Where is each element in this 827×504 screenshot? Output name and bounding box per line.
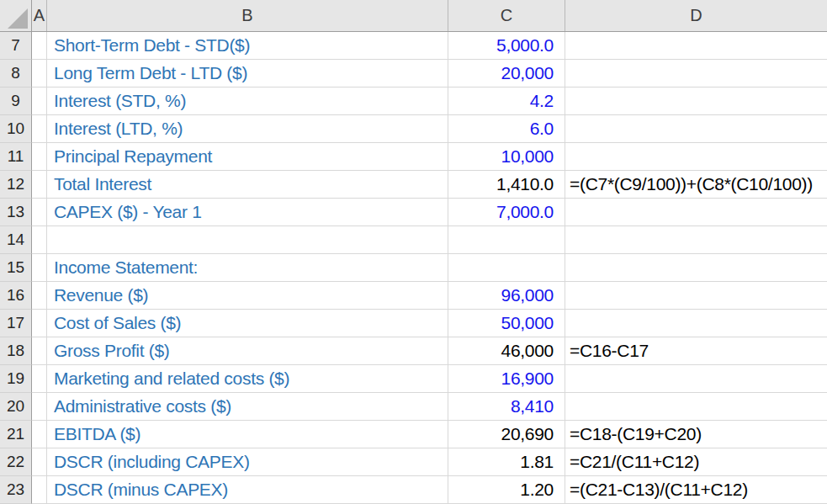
cell-A13[interactable] bbox=[32, 199, 47, 226]
cell-C18-value[interactable]: 46,000 bbox=[448, 337, 565, 365]
cell-C16-value[interactable]: 96,000 bbox=[448, 282, 565, 310]
cell-C23-value[interactable]: 1.20 bbox=[448, 476, 565, 504]
row-header-14[interactable]: 14 bbox=[0, 226, 32, 254]
cell-C19-value[interactable]: 16,900 bbox=[448, 365, 565, 393]
sheet-row-22: 22DSCR (including CAPEX)1.81=C21/(C11+C1… bbox=[0, 448, 827, 476]
cell-B21-label[interactable]: EBITDA ($) bbox=[47, 421, 448, 448]
cell-A11[interactable] bbox=[32, 143, 47, 171]
sheet-row-19: 19Marketing and related costs ($)16,900 bbox=[0, 365, 827, 393]
cell-B8-label[interactable]: Long Term Debt - LTD ($) bbox=[47, 60, 448, 88]
cell-A8[interactable] bbox=[32, 60, 47, 88]
cell-C20-value[interactable]: 8,410 bbox=[448, 393, 565, 421]
spreadsheet-grid: A B C D 7Short-Term Debt - STD($)5,000.0… bbox=[0, 0, 827, 504]
cell-A14[interactable] bbox=[32, 226, 47, 254]
cell-A20[interactable] bbox=[32, 393, 47, 421]
cell-B17-label[interactable]: Cost of Sales ($) bbox=[47, 310, 448, 337]
sheet-row-15: 15Income Statement: bbox=[0, 254, 827, 282]
row-header-21[interactable]: 21 bbox=[0, 421, 32, 448]
sheet-row-13: 13CAPEX ($) - Year 17,000.0 bbox=[0, 199, 827, 226]
cell-C9-value[interactable]: 4.2 bbox=[448, 88, 565, 115]
cell-A12[interactable] bbox=[32, 171, 47, 199]
cell-D13-formula[interactable] bbox=[565, 199, 827, 226]
cell-B9-label[interactable]: Interest (STD, %) bbox=[47, 88, 448, 115]
row-header-15[interactable]: 15 bbox=[0, 254, 32, 282]
row-header-9[interactable]: 9 bbox=[0, 88, 32, 115]
row-header-7[interactable]: 7 bbox=[0, 32, 32, 60]
select-all-corner[interactable] bbox=[0, 0, 32, 31]
cell-D21-formula[interactable]: =C18-(C19+C20) bbox=[565, 421, 827, 448]
cell-B10-label[interactable]: Interest (LTD, %) bbox=[47, 115, 448, 143]
cell-D19-formula[interactable] bbox=[565, 365, 827, 393]
cell-A23[interactable] bbox=[32, 476, 47, 504]
cell-B14-label[interactable] bbox=[47, 226, 448, 254]
cell-B18-label[interactable]: Gross Profit ($) bbox=[47, 337, 448, 365]
cell-A16[interactable] bbox=[32, 282, 47, 310]
cell-B12-label[interactable]: Total Interest bbox=[47, 171, 448, 199]
row-header-13[interactable]: 13 bbox=[0, 199, 32, 226]
cell-D15-formula[interactable] bbox=[565, 254, 827, 282]
cell-C14-value[interactable] bbox=[448, 226, 565, 254]
sheet-row-9: 9Interest (STD, %)4.2 bbox=[0, 88, 827, 115]
row-header-19[interactable]: 19 bbox=[0, 365, 32, 393]
cell-A22[interactable] bbox=[32, 448, 47, 476]
row-header-17[interactable]: 17 bbox=[0, 310, 32, 337]
cell-A17[interactable] bbox=[32, 310, 47, 337]
cell-B15-label[interactable]: Income Statement: bbox=[47, 254, 448, 282]
cell-C21-value[interactable]: 20,690 bbox=[448, 421, 565, 448]
cell-D12-formula[interactable]: =(C7*(C9/100))+(C8*(C10/100)) bbox=[565, 171, 827, 199]
cell-B13-label[interactable]: CAPEX ($) - Year 1 bbox=[47, 199, 448, 226]
cell-B16-label[interactable]: Revenue ($) bbox=[47, 282, 448, 310]
cell-D18-formula[interactable]: =C16-C17 bbox=[565, 337, 827, 365]
cell-B22-label[interactable]: DSCR (including CAPEX) bbox=[47, 448, 448, 476]
column-header-a[interactable]: A bbox=[32, 0, 47, 31]
sheet-row-20: 20Administrative costs ($)8,410 bbox=[0, 393, 827, 421]
row-header-8[interactable]: 8 bbox=[0, 60, 32, 88]
cell-A7[interactable] bbox=[32, 32, 47, 60]
cell-D10-formula[interactable] bbox=[565, 115, 827, 143]
cell-C12-value[interactable]: 1,410.0 bbox=[448, 171, 565, 199]
cell-B11-label[interactable]: Principal Repayment bbox=[47, 143, 448, 171]
sheet-row-16: 16Revenue ($)96,000 bbox=[0, 282, 827, 310]
cell-D8-formula[interactable] bbox=[565, 60, 827, 88]
cell-B19-label[interactable]: Marketing and related costs ($) bbox=[47, 365, 448, 393]
cell-A15[interactable] bbox=[32, 254, 47, 282]
cell-D9-formula[interactable] bbox=[565, 88, 827, 115]
column-header-row: A B C D bbox=[0, 0, 827, 32]
cell-D20-formula[interactable] bbox=[565, 393, 827, 421]
row-header-11[interactable]: 11 bbox=[0, 143, 32, 171]
cell-C15-value[interactable] bbox=[448, 254, 565, 282]
cell-A18[interactable] bbox=[32, 337, 47, 365]
cell-A19[interactable] bbox=[32, 365, 47, 393]
cell-B23-label[interactable]: DSCR (minus CAPEX) bbox=[47, 476, 448, 504]
sheet-row-8: 8Long Term Debt - LTD ($)20,000 bbox=[0, 60, 827, 88]
cell-C22-value[interactable]: 1.81 bbox=[448, 448, 565, 476]
cell-D17-formula[interactable] bbox=[565, 310, 827, 337]
cell-C13-value[interactable]: 7,000.0 bbox=[448, 199, 565, 226]
column-header-d[interactable]: D bbox=[565, 0, 827, 31]
cell-D22-formula[interactable]: =C21/(C11+C12) bbox=[565, 448, 827, 476]
cell-D11-formula[interactable] bbox=[565, 143, 827, 171]
cell-C8-value[interactable]: 20,000 bbox=[448, 60, 565, 88]
cell-C10-value[interactable]: 6.0 bbox=[448, 115, 565, 143]
row-header-22[interactable]: 22 bbox=[0, 448, 32, 476]
cell-C17-value[interactable]: 50,000 bbox=[448, 310, 565, 337]
cell-C7-value[interactable]: 5,000.0 bbox=[448, 32, 565, 60]
column-header-c[interactable]: C bbox=[448, 0, 565, 31]
cell-D7-formula[interactable] bbox=[565, 32, 827, 60]
cell-A10[interactable] bbox=[32, 115, 47, 143]
row-header-12[interactable]: 12 bbox=[0, 171, 32, 199]
cell-D23-formula[interactable]: =(C21-C13)/(C11+C12) bbox=[565, 476, 827, 504]
row-header-23[interactable]: 23 bbox=[0, 476, 32, 504]
cell-C11-value[interactable]: 10,000 bbox=[448, 143, 565, 171]
cell-B7-label[interactable]: Short-Term Debt - STD($) bbox=[47, 32, 448, 60]
cell-D16-formula[interactable] bbox=[565, 282, 827, 310]
cell-B20-label[interactable]: Administrative costs ($) bbox=[47, 393, 448, 421]
column-header-b[interactable]: B bbox=[47, 0, 448, 31]
row-header-10[interactable]: 10 bbox=[0, 115, 32, 143]
row-header-20[interactable]: 20 bbox=[0, 393, 32, 421]
row-header-16[interactable]: 16 bbox=[0, 282, 32, 310]
cell-D14-formula[interactable] bbox=[565, 226, 827, 254]
cell-A9[interactable] bbox=[32, 88, 47, 115]
row-header-18[interactable]: 18 bbox=[0, 337, 32, 365]
cell-A21[interactable] bbox=[32, 421, 47, 448]
